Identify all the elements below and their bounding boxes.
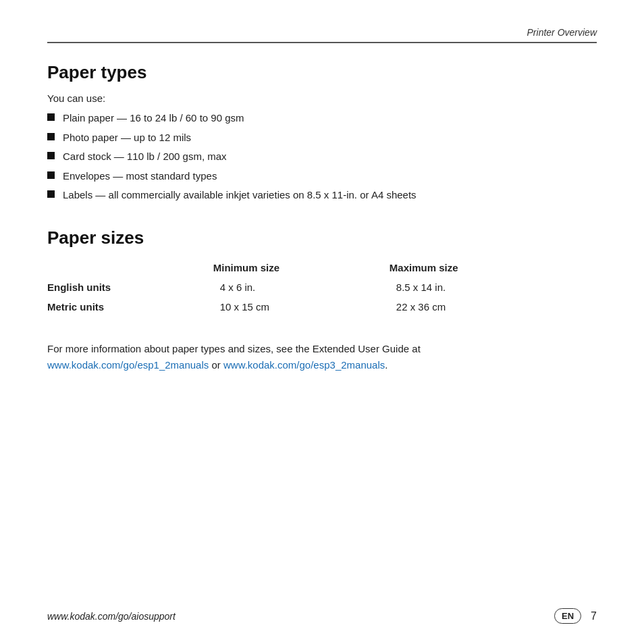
table-cell-label: Metric units — [47, 297, 213, 317]
list-item: Labels — all commercially available inkj… — [47, 188, 597, 203]
table-cell-min: 10 x 15 cm — [213, 297, 390, 317]
bullet-icon — [47, 152, 55, 159]
link2[interactable]: www.kodak.com/go/esp3_2manuals — [223, 359, 385, 371]
footer-right: EN 7 — [554, 608, 597, 624]
info-paragraph: For more information about paper types a… — [47, 341, 597, 373]
list-item-text: Envelopes — most standard types — [63, 169, 217, 184]
info-text-after: . — [385, 359, 387, 371]
paper-types-section: Paper types You can use: Plain paper — 1… — [47, 62, 597, 203]
table-row: English units 4 x 6 in. 8.5 x 14 in. — [47, 279, 597, 297]
table-cell-min: 4 x 6 in. — [213, 279, 390, 297]
paper-sizes-section: Paper sizes Minimum size Maximum size En… — [47, 227, 597, 317]
header-title: Printer Overview — [527, 27, 597, 38]
bullet-icon — [47, 133, 55, 140]
bullet-icon — [47, 190, 55, 198]
link1[interactable]: www.kodak.com/go/esp1_2manuals — [47, 359, 209, 371]
bullet-icon — [47, 113, 55, 121]
sizes-table: Minimum size Maximum size English units … — [47, 258, 597, 317]
list-item: Plain paper — 16 to 24 lb / 60 to 90 gsm — [47, 111, 597, 126]
paper-types-list: Plain paper — 16 to 24 lb / 60 to 90 gsm… — [47, 111, 597, 203]
top-divider — [47, 42, 597, 43]
table-cell-max: 22 x 36 cm — [390, 297, 597, 317]
paper-types-heading: Paper types — [47, 62, 597, 83]
list-item: Envelopes — most standard types — [47, 169, 597, 184]
table-cell-max: 8.5 x 14 in. — [390, 279, 597, 297]
table-header-min: Minimum size — [213, 258, 390, 279]
paper-types-intro: You can use: — [47, 92, 597, 104]
page-container: Printer Overview Paper types You can use… — [0, 0, 644, 644]
table-row: Metric units 10 x 15 cm 22 x 36 cm — [47, 297, 597, 317]
table-cell-label: English units — [47, 279, 213, 297]
info-text-middle: or — [209, 359, 223, 371]
table-header-max: Maximum size — [390, 258, 597, 279]
table-header-row: Minimum size Maximum size — [47, 258, 597, 279]
list-item: Card stock — 110 lb / 200 gsm, max — [47, 149, 597, 165]
bullet-icon — [47, 171, 55, 179]
list-item-text: Photo paper — up to 12 mils — [63, 130, 191, 146]
page-footer: www.kodak.com/go/aiosupport EN 7 — [47, 608, 597, 624]
info-text-before: For more information about paper types a… — [47, 343, 421, 354]
page-number: 7 — [591, 610, 597, 622]
paper-sizes-heading: Paper sizes — [47, 227, 597, 248]
list-item-text: Plain paper — 16 to 24 lb / 60 to 90 gsm — [63, 111, 244, 126]
list-item: Photo paper — up to 12 mils — [47, 130, 597, 146]
footer-url: www.kodak.com/go/aiosupport — [47, 611, 176, 622]
list-item-text: Labels — all commercially available inkj… — [63, 188, 417, 203]
en-badge: EN — [554, 608, 581, 624]
list-item-text: Card stock — 110 lb / 200 gsm, max — [63, 149, 227, 165]
table-header-empty — [47, 258, 213, 279]
page-header: Printer Overview — [47, 27, 597, 38]
